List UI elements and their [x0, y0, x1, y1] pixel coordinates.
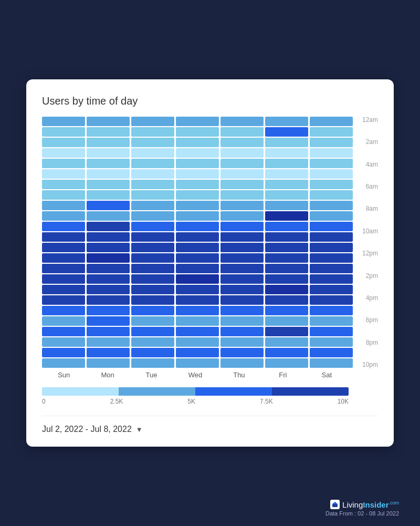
- heatmap-cell: [131, 253, 174, 263]
- heatmap-cell: [265, 243, 308, 252]
- legend-bar: [42, 387, 349, 396]
- heatmap-row: [42, 159, 353, 168]
- heatmap-cell: [131, 327, 174, 336]
- heatmap-cell: [176, 117, 219, 126]
- heatmap-cell: [42, 327, 85, 336]
- heatmap-cell: [310, 243, 353, 252]
- heatmap-cell: [131, 295, 174, 305]
- brand-logo: LivingInsider.com: [330, 500, 399, 509]
- heatmap-cell: [265, 358, 308, 368]
- heatmap-cell: [176, 306, 219, 315]
- heatmap-cell: [131, 306, 174, 315]
- heatmap-cell: [42, 274, 85, 284]
- heatmap-cell: [310, 337, 353, 347]
- heatmap-cell: [131, 180, 174, 189]
- heatmap-cell: [87, 222, 130, 231]
- heatmap-cell: [42, 211, 85, 221]
- heatmap-cell: [87, 264, 130, 273]
- heatmap-row: [42, 211, 353, 221]
- heatmap-cell: [265, 169, 308, 179]
- heatmap-cell: [42, 222, 85, 231]
- time-label: 2am: [357, 139, 378, 145]
- heatmap-cell: [42, 201, 85, 210]
- heatmap-cell: [265, 295, 308, 305]
- heatmap-cell: [310, 222, 353, 231]
- heatmap-row: [42, 327, 353, 336]
- heatmap-cell: [220, 316, 264, 326]
- svg-marker-1: [332, 502, 338, 504]
- heatmap-cell: [310, 190, 353, 200]
- heatmap-row: [42, 232, 353, 242]
- heatmap-grid: [42, 117, 353, 368]
- time-label: 4pm: [357, 295, 378, 301]
- heatmap-cell: [176, 159, 219, 168]
- heatmap-cell: [87, 337, 130, 347]
- heatmap-cell: [42, 243, 85, 252]
- heatmap-cell: [220, 211, 264, 221]
- heatmap-cell: [131, 316, 174, 326]
- heatmap-cell: [131, 148, 174, 158]
- date-section[interactable]: Jul 2, 2022 - Jul 8, 2022 ▼: [42, 416, 378, 434]
- heatmap-row: [42, 358, 353, 368]
- heatmap-cell: [310, 232, 353, 242]
- heatmap-cell: [87, 253, 130, 263]
- heatmap-cell: [265, 180, 308, 189]
- heatmap-cell: [131, 348, 174, 357]
- heatmap-cell: [42, 285, 85, 294]
- heatmap-cell: [310, 117, 353, 126]
- heatmap-cell: [310, 127, 353, 137]
- heatmap-cell: [310, 348, 353, 357]
- brand-icon: [330, 500, 340, 509]
- heatmap-cell: [265, 264, 308, 273]
- heatmap-cell: [87, 232, 130, 242]
- legend-segment: [119, 387, 195, 396]
- heatmap-cell: [265, 316, 308, 326]
- heatmap-cell: [87, 306, 130, 315]
- time-label: 4am: [357, 161, 378, 168]
- heatmap-row: [42, 253, 353, 263]
- heatmap-cell: [220, 232, 264, 242]
- heatmap-cell: [42, 316, 85, 326]
- heatmap-cell: [265, 190, 308, 200]
- heatmap-cell: [176, 274, 219, 284]
- heatmap-cell: [176, 348, 219, 357]
- heatmap-cell: [310, 148, 353, 158]
- heatmap-row: [42, 316, 353, 326]
- heatmap-cell: [42, 127, 85, 137]
- heatmap-cell: [220, 337, 264, 347]
- heatmap-cell: [310, 138, 353, 147]
- legend-label: 10K: [338, 398, 349, 405]
- day-label-tue: Tue: [130, 371, 173, 379]
- heatmap-row: [42, 337, 353, 347]
- heatmap-cell: [176, 127, 219, 137]
- chart-area: 12am2am4am6am8am10am12pm2pm4pm6pm8pm10pm: [42, 117, 378, 368]
- heatmap-cell: [176, 180, 219, 189]
- time-label: 8am: [357, 205, 378, 212]
- heatmap-cell: [220, 190, 264, 200]
- heatmap-cell: [42, 264, 85, 273]
- heatmap-row: [42, 201, 353, 210]
- heatmap-cell: [42, 348, 85, 357]
- heatmap-cell: [265, 285, 308, 294]
- heatmap-cell: [265, 148, 308, 158]
- heatmap-cell: [176, 190, 219, 200]
- heatmap-cell: [265, 232, 308, 242]
- time-label: 12am: [357, 117, 378, 123]
- footer: LivingInsider.com Data From : 02 - 08 Ju…: [326, 500, 399, 517]
- dropdown-arrow-icon[interactable]: ▼: [136, 426, 143, 434]
- heatmap-cell: [131, 337, 174, 347]
- heatmap-cell: [310, 180, 353, 189]
- heatmap-cell: [310, 264, 353, 273]
- time-label: 2pm: [357, 273, 378, 279]
- chart-title: Users by time of day: [42, 95, 378, 107]
- heatmap-cell: [87, 180, 130, 189]
- heatmap-cell: [131, 264, 174, 273]
- heatmap-cell: [42, 306, 85, 315]
- heatmap-cell: [131, 285, 174, 294]
- heatmap-cell: [42, 148, 85, 158]
- heatmap-cell: [310, 358, 353, 368]
- heatmap-row: [42, 274, 353, 284]
- heatmap-cell: [265, 253, 308, 263]
- heatmap-cell: [131, 201, 174, 210]
- heatmap-cell: [265, 327, 308, 336]
